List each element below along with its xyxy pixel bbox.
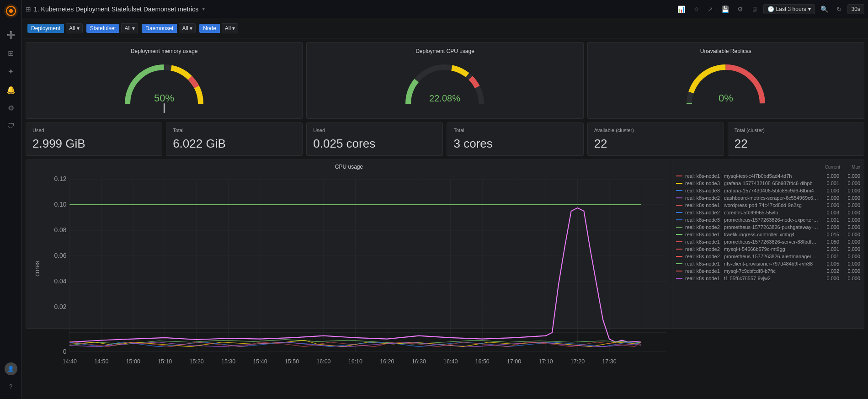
- list-item: real: k8s-node3 | prometheus-1577263826-…: [676, 216, 860, 223]
- list-item: real: k8s-node1 | mysql-test-c4f7b0bd5ad…: [676, 172, 860, 180]
- list-item: real: k8s-node3 | grafana-1577430406-5bf…: [676, 187, 860, 194]
- svg-text:0%: 0%: [719, 92, 733, 104]
- svg-text:16:20: 16:20: [380, 358, 394, 365]
- cpu-gauge-panel: Deployment CPU usage 22.08%: [306, 42, 583, 119]
- svg-text:15:10: 15:10: [158, 358, 172, 365]
- svg-text:cores: cores: [33, 261, 41, 277]
- stat-total-cluster: Total (cluster) 22: [728, 122, 864, 156]
- clock-icon: 🕐: [767, 6, 774, 12]
- gauge-panels-row: Deployment memory usage 50% Deplo: [26, 42, 864, 119]
- cpu-gauge-title: Deployment CPU usage: [415, 48, 474, 54]
- list-item: real: k8s-node2 | prometheus-1577263826-…: [676, 253, 860, 260]
- stat-total-memory-label: Total: [173, 128, 296, 133]
- chart-svg: 0.12 0.10 0.08 0.06 0.04 0.02 0 cores 14…: [32, 173, 666, 371]
- sidebar: ➕ ⊞ ✦ 🔔 ⚙ 🛡 👤 ?: [0, 0, 22, 399]
- chart-title: CPU usage: [32, 164, 666, 170]
- settings-button[interactable]: ⚙: [735, 4, 746, 15]
- filter-statefulset: Statefulset All ▾: [86, 23, 138, 33]
- list-item: real: k8s-node1 | traefik-ingress-contro…: [676, 231, 860, 238]
- memory-gauge-svg: 50%: [118, 58, 210, 113]
- sidebar-add-icon[interactable]: ➕: [4, 27, 18, 42]
- stat-used-cpu: Used 0.025 cores: [306, 122, 443, 156]
- filter-deployment-label: Deployment: [27, 24, 64, 33]
- chart-legend: Current Max real: k8s-node1 | mysql-test…: [672, 160, 864, 328]
- svg-text:14:40: 14:40: [63, 358, 77, 365]
- filterbar: Deployment All ▾ Statefulset All ▾ Daemo…: [22, 18, 868, 38]
- stat-used-memory: Used 2.999 GiB: [26, 122, 162, 156]
- stat-available-cluster-label: Available (cluster): [594, 128, 717, 133]
- monitor-button[interactable]: 🖥: [749, 4, 761, 15]
- stat-used-memory-label: Used: [32, 128, 155, 133]
- list-item: real: k8s-node2 | coredns-5fb99965-55vlb…: [676, 209, 860, 216]
- legend-current: 0.000: [821, 173, 839, 179]
- svg-text:0.10: 0.10: [54, 201, 66, 208]
- filter-statefulset-label: Statefulset: [86, 24, 120, 33]
- save-button[interactable]: 💾: [719, 4, 732, 15]
- refresh-cycle-button[interactable]: ↻: [834, 4, 845, 15]
- time-range-picker[interactable]: 🕐 Last 3 hours ▾: [763, 4, 815, 14]
- memory-gauge-title: Deployment memory usage: [131, 48, 198, 54]
- dashboard-title: 1. Kubernetes Deployment Statefulset Dae…: [34, 5, 198, 13]
- grid-icon: ⊞: [26, 5, 31, 13]
- svg-text:0.06: 0.06: [54, 252, 66, 259]
- time-range-label: Last 3 hours: [776, 6, 806, 12]
- search-button[interactable]: 🔍: [818, 4, 831, 15]
- main-content: ⊞ 1. Kubernetes Deployment Statefulset D…: [22, 0, 868, 399]
- filter-deployment-value[interactable]: All ▾: [66, 23, 83, 33]
- svg-text:17:00: 17:00: [507, 358, 521, 365]
- sidebar-dashboard-icon[interactable]: ⊞: [4, 46, 18, 60]
- stat-available-cluster-value: 22: [594, 137, 717, 151]
- filter-statefulset-value[interactable]: All ▾: [121, 23, 138, 33]
- list-item: real: k8s-node3 | grafana-1577432108-65b…: [676, 180, 860, 187]
- svg-text:0.08: 0.08: [54, 226, 66, 234]
- refresh-interval[interactable]: 30s: [847, 4, 864, 14]
- list-item: real: k8s-node2 | mysql-t-54666b579c-mt9…: [676, 245, 860, 253]
- topbar-title: ⊞ 1. Kubernetes Deployment Statefulset D…: [26, 5, 671, 13]
- stat-total-memory-value: 6.022 GiB: [173, 137, 296, 151]
- svg-text:17:30: 17:30: [602, 358, 616, 365]
- svg-text:16:50: 16:50: [475, 358, 490, 365]
- stat-used-memory-value: 2.999 GiB: [32, 137, 155, 151]
- chevron-down-icon: ▼: [201, 6, 206, 11]
- replicas-gauge-title: Unavailable Replicas: [700, 48, 751, 54]
- topbar: ⊞ 1. Kubernetes Deployment Statefulset D…: [22, 0, 868, 18]
- filter-deployment: Deployment All ▾: [27, 23, 83, 33]
- sidebar-help-icon[interactable]: ?: [4, 379, 18, 394]
- stat-panels-row: Used 2.999 GiB Total 6.022 GiB Used 0.02…: [26, 122, 864, 156]
- avatar[interactable]: 👤: [5, 362, 17, 375]
- grafana-logo[interactable]: [4, 4, 18, 18]
- sidebar-explore-icon[interactable]: ✦: [4, 64, 18, 79]
- sidebar-shield-icon[interactable]: 🛡: [4, 119, 18, 133]
- bar-chart-button[interactable]: 📊: [675, 4, 688, 15]
- star-button[interactable]: ☆: [691, 4, 702, 15]
- legend-max: 0.000: [842, 173, 860, 179]
- sidebar-settings-icon[interactable]: ⚙: [4, 101, 18, 115]
- stat-total-cluster-value: 22: [735, 137, 857, 151]
- sidebar-alerts-icon[interactable]: 🔔: [4, 82, 18, 97]
- svg-text:0.12: 0.12: [54, 175, 66, 182]
- svg-text:15:40: 15:40: [253, 358, 267, 365]
- svg-text:15:50: 15:50: [285, 358, 299, 365]
- svg-text:17:20: 17:20: [570, 358, 585, 365]
- topbar-actions: 📊 ☆ ↗ 💾 ⚙ 🖥 🕐 Last 3 hours ▾ 🔍 ↻ 30s: [675, 4, 864, 15]
- filter-node: Node All ▾: [199, 23, 238, 33]
- svg-text:22.08%: 22.08%: [430, 93, 461, 103]
- stat-total-cpu-label: Total: [453, 128, 576, 133]
- svg-text:16:00: 16:00: [316, 358, 330, 365]
- stat-total-cpu: Total 3 cores: [447, 122, 583, 156]
- filter-node-label: Node: [199, 24, 220, 33]
- chart-svg-container: 0.12 0.10 0.08 0.06 0.04 0.02 0 cores 14…: [32, 173, 666, 371]
- filter-daemonset-label: Daemonset: [142, 24, 177, 33]
- svg-text:16:40: 16:40: [443, 358, 458, 365]
- svg-text:0.04: 0.04: [54, 277, 66, 285]
- svg-point-2: [9, 9, 13, 13]
- cpu-chart-panel: CPU usage: [26, 160, 864, 329]
- svg-text:15:00: 15:00: [126, 358, 140, 365]
- filter-daemonset-value[interactable]: All ▾: [179, 23, 196, 33]
- list-item: real: k8s-node1 | nfs-client-provisioner…: [676, 260, 860, 267]
- list-item: real: k8s-node1 | wordpress-pod-74c47cd8…: [676, 202, 860, 209]
- share-button[interactable]: ↗: [705, 4, 716, 15]
- filter-node-value[interactable]: All ▾: [222, 23, 239, 33]
- svg-text:15:20: 15:20: [190, 358, 204, 365]
- list-item: real: k8s-node2 | dashboard-metrics-scra…: [676, 194, 860, 202]
